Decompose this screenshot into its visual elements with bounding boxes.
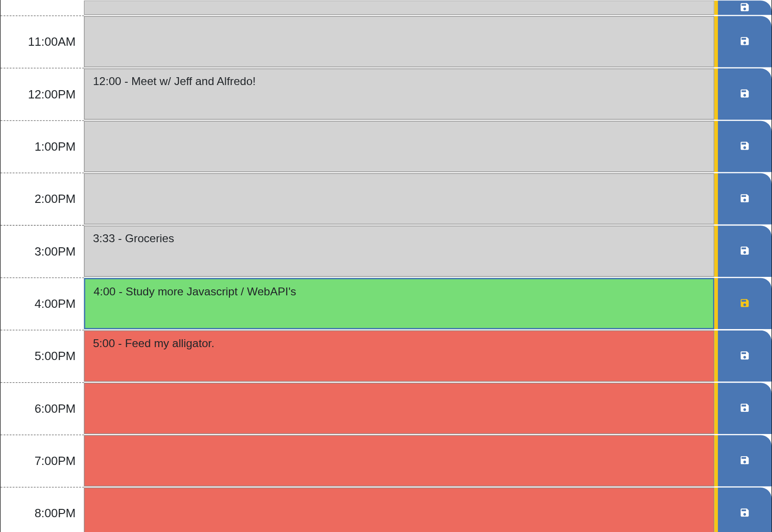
time-row: 6:00PM	[0, 382, 772, 434]
time-row: 5:00PM	[0, 330, 772, 382]
hour-label: 2:00PM	[0, 173, 84, 225]
time-row: 12:00PM	[0, 68, 772, 120]
hour-description-input[interactable]	[84, 226, 715, 277]
time-row	[0, 0, 772, 15]
time-row: 7:00PM	[0, 434, 772, 487]
hour-description-input[interactable]	[84, 173, 715, 225]
save-button[interactable]	[718, 278, 772, 329]
save-button[interactable]	[718, 68, 772, 120]
accent-strip	[714, 0, 718, 15]
hour-label: 11:00AM	[0, 15, 84, 67]
hour-label: 8:00PM	[0, 487, 84, 532]
save-icon	[739, 454, 750, 467]
save-button[interactable]	[718, 0, 772, 15]
accent-strip	[714, 121, 718, 172]
hour-label: 1:00PM	[0, 120, 84, 172]
accent-strip	[714, 16, 718, 67]
save-icon	[739, 1, 750, 14]
hour-label: 4:00PM	[0, 277, 84, 330]
hour-description-input[interactable]	[84, 383, 715, 434]
save-icon	[739, 193, 750, 205]
accent-strip	[714, 435, 718, 487]
hour-description-input[interactable]	[84, 121, 715, 172]
hour-label: 3:00PM	[0, 225, 84, 277]
time-row: 4:00PM	[0, 277, 772, 330]
save-button[interactable]	[718, 488, 772, 532]
save-button[interactable]	[718, 226, 772, 277]
accent-strip	[714, 68, 718, 120]
time-row: 1:00PM	[0, 120, 772, 172]
hour-description-input[interactable]	[84, 278, 715, 329]
hour-description-input[interactable]	[84, 330, 715, 382]
hour-description-input[interactable]	[84, 488, 715, 532]
save-button[interactable]	[718, 383, 772, 434]
accent-strip	[714, 226, 718, 277]
save-icon	[739, 36, 750, 48]
hour-label: 12:00PM	[0, 68, 84, 120]
save-icon	[739, 245, 750, 257]
save-icon	[739, 507, 750, 520]
save-button[interactable]	[718, 435, 772, 487]
accent-strip	[714, 330, 718, 382]
time-row: 8:00PM	[0, 487, 772, 532]
save-icon	[739, 402, 750, 415]
hour-label: 5:00PM	[0, 330, 84, 382]
save-icon	[739, 350, 750, 362]
save-icon	[739, 297, 750, 310]
hour-label: 6:00PM	[0, 382, 84, 434]
save-button[interactable]	[718, 121, 772, 172]
save-button[interactable]	[718, 330, 772, 382]
time-row: 3:00PM	[0, 225, 772, 277]
hour-description-input[interactable]	[84, 16, 715, 67]
hour-description-input[interactable]	[84, 435, 715, 487]
hour-label	[0, 0, 84, 15]
accent-strip	[714, 383, 718, 434]
hour-description-input[interactable]	[84, 0, 715, 15]
day-scheduler: 11:00AM12:00PM1:00PM2:00PM3:00PM4:00PM5:…	[0, 0, 772, 532]
hour-label: 7:00PM	[0, 434, 84, 487]
save-button[interactable]	[718, 173, 772, 225]
accent-strip	[714, 278, 718, 329]
time-row: 2:00PM	[0, 173, 772, 225]
save-button[interactable]	[718, 16, 772, 67]
hour-description-input[interactable]	[84, 68, 715, 120]
save-icon	[739, 140, 750, 153]
time-row: 11:00AM	[0, 15, 772, 67]
accent-strip	[714, 173, 718, 225]
save-icon	[739, 88, 750, 100]
accent-strip	[714, 488, 718, 532]
